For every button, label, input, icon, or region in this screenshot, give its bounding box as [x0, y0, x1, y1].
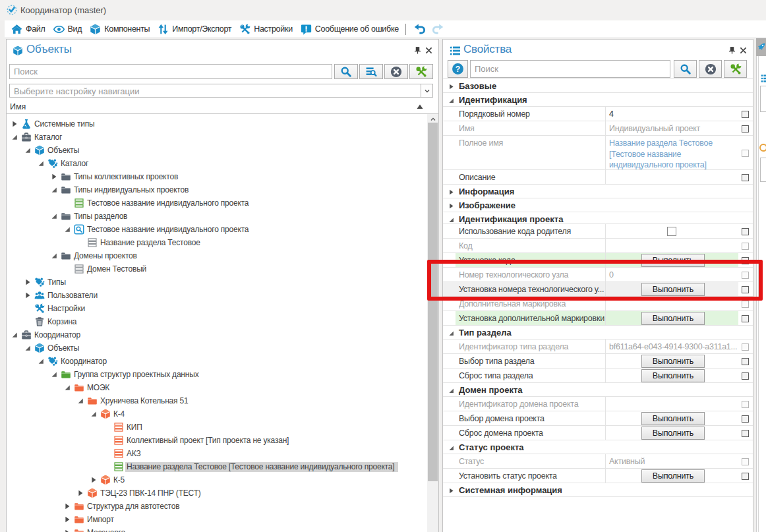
group-row[interactable]: Системная информация: [443, 483, 753, 497]
tree-item[interactable]: Каталог: [7, 157, 427, 170]
side-panel-input[interactable]: [760, 86, 766, 112]
row-checkbox[interactable]: [742, 243, 749, 250]
clear-search-button[interactable]: [384, 64, 408, 79]
tree-item[interactable]: Системные типы: [7, 117, 427, 131]
property-row[interactable]: Использование кода родителя: [443, 224, 753, 239]
tree-item[interactable]: Настройки: [7, 302, 427, 315]
property-row[interactable]: Описание: [443, 170, 753, 185]
row-checkbox[interactable]: [742, 358, 749, 365]
tree-expander[interactable]: [51, 213, 57, 220]
tree-item[interactable]: Хруничева Котельная 51: [7, 394, 427, 407]
group-row[interactable]: Домен проекта: [443, 383, 753, 397]
tree-item[interactable]: Корзина: [7, 315, 427, 328]
tree-item[interactable]: Тестовое название индивидуального проект…: [7, 223, 427, 236]
tree-scrollbar[interactable]: [427, 114, 438, 532]
property-row[interactable]: Установить статус проектаВыполнить: [443, 469, 753, 483]
close-button[interactable]: [738, 45, 748, 55]
value-checkbox[interactable]: [667, 227, 676, 236]
advanced-search-button[interactable]: [359, 64, 383, 79]
row-checkbox[interactable]: [742, 150, 749, 157]
group-row[interactable]: Изображение: [443, 198, 753, 212]
property-row[interactable]: Выбор домена проектаВыполнить: [443, 411, 753, 426]
row-checkbox[interactable]: [742, 430, 749, 437]
group-row[interactable]: Информация: [443, 185, 753, 198]
row-checkbox[interactable]: [742, 301, 749, 308]
tree-expander[interactable]: [64, 516, 71, 523]
row-checkbox[interactable]: [742, 401, 749, 408]
tree-item[interactable]: АКЗ: [7, 447, 427, 460]
combo-dropdown-button[interactable]: [421, 84, 432, 97]
tree-expander[interactable]: [24, 345, 31, 351]
pin-button[interactable]: [413, 45, 422, 55]
tree-item[interactable]: Структура для автотестов: [7, 500, 427, 513]
property-row[interactable]: СтатусАктивный: [443, 454, 753, 469]
pin-button[interactable]: [727, 45, 736, 55]
tree-item[interactable]: Домены проектов: [7, 249, 427, 262]
tree-expander[interactable]: [77, 398, 84, 404]
row-checkbox[interactable]: [742, 415, 749, 423]
tree-item[interactable]: Тестовое название индивидуального проект…: [7, 196, 427, 210]
property-row[interactable]: Порядковый номер4: [443, 107, 753, 121]
group-expander[interactable]: [448, 488, 454, 494]
tree-item[interactable]: Пользователи: [7, 289, 427, 302]
group-row[interactable]: Идентификация: [443, 93, 753, 107]
tree-item[interactable]: Типы разделов: [7, 210, 427, 223]
search-button[interactable]: [674, 60, 697, 78]
tree-item[interactable]: Мосэнерго: [7, 526, 427, 532]
tree-expander[interactable]: [64, 384, 71, 391]
navigation-combo[interactable]: Выберите настройку навигации: [9, 84, 433, 98]
tree-item[interactable]: ТЭЦ-23 ПВК-14 ПНР (ТЕСТ): [7, 487, 427, 500]
property-row[interactable]: Сброс типа разделаВыполнить: [443, 369, 753, 383]
tree-item[interactable]: Коллективный проект [Тип проекта не указ…: [7, 434, 427, 447]
tree-expander[interactable]: [38, 160, 44, 167]
property-row[interactable]: Выбор типа разделаВыполнить: [443, 354, 753, 369]
tree-item[interactable]: К-5: [7, 473, 427, 487]
execute-button[interactable]: Выполнить: [641, 412, 705, 425]
tree-expander[interactable]: [77, 490, 84, 496]
execute-button[interactable]: Выполнить: [641, 469, 705, 483]
tree-expander[interactable]: [24, 147, 31, 154]
row-checkbox[interactable]: [742, 174, 749, 181]
tree-item[interactable]: Типы индивидуальных проектов: [7, 183, 427, 196]
tree-item[interactable]: КИП: [7, 421, 427, 434]
group-expander[interactable]: [448, 330, 454, 336]
group-expander[interactable]: [448, 445, 454, 451]
help-button[interactable]: [448, 60, 468, 78]
execute-button[interactable]: Выполнить: [641, 369, 705, 382]
group-row[interactable]: Идентификация проекта: [443, 212, 753, 224]
execute-button[interactable]: Выполнить: [641, 312, 705, 325]
tree-item[interactable]: Название раздела Тестовое [Тестовое назв…: [7, 460, 427, 473]
property-row[interactable]: Код: [443, 239, 753, 253]
close-button[interactable]: [424, 45, 433, 55]
search-settings-button[interactable]: [724, 60, 747, 78]
row-checkbox[interactable]: [742, 228, 749, 235]
row-checkbox[interactable]: [742, 125, 749, 133]
row-checkbox[interactable]: [742, 458, 749, 465]
menu-settings[interactable]: Настройки: [235, 20, 297, 38]
tree-expander[interactable]: [51, 173, 57, 180]
tree-expander[interactable]: [24, 279, 31, 285]
menu-error-report[interactable]: Сообщение об ошибке: [297, 20, 403, 38]
property-row[interactable]: Полное имяНазвание раздела Тестовое [Тес…: [443, 136, 753, 170]
scrollbar-thumb[interactable]: [428, 123, 438, 481]
group-row[interactable]: Базовые: [443, 79, 753, 93]
menu-view[interactable]: Вид: [49, 20, 86, 38]
side-panel-input[interactable]: [760, 158, 766, 182]
tree-expander[interactable]: [51, 252, 57, 259]
undo-button[interactable]: [412, 21, 429, 37]
tree-expander[interactable]: [24, 292, 31, 299]
property-row[interactable]: ИмяИндивидуальный проект: [443, 121, 753, 136]
tree-expander[interactable]: [51, 371, 57, 378]
tree-expander[interactable]: [11, 121, 18, 127]
row-checkbox[interactable]: [742, 372, 749, 380]
tree-expander[interactable]: [11, 134, 18, 140]
tree-expander[interactable]: [38, 358, 44, 365]
property-row[interactable]: Установка дополнительной маркировкиВыпол…: [443, 311, 753, 326]
group-row[interactable]: Тип раздела: [443, 326, 753, 340]
tree-expander[interactable]: [90, 411, 97, 417]
menu-import-export[interactable]: Импорт/Экспорт: [154, 20, 235, 38]
tree-expander[interactable]: [64, 226, 71, 233]
search-settings-button[interactable]: [409, 64, 433, 79]
property-row[interactable]: Сброс домена проектаВыполнить: [443, 426, 753, 440]
tree-item[interactable]: Типы: [7, 276, 427, 289]
